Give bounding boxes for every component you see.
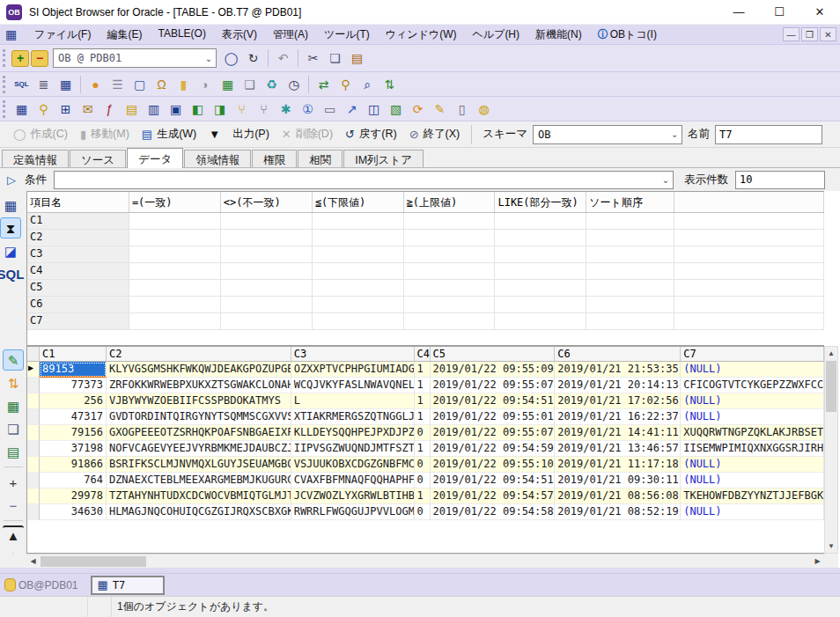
data-cell[interactable]: TKEHOWFDBZYYNZTJJEFBGKM [681, 488, 824, 504]
data-cell[interactable]: CFICOGTVTCYKGEPZZWXFCCJ [681, 378, 824, 393]
vertical-scrollbar[interactable]: ▲ ▼ [824, 346, 838, 554]
data-cell[interactable]: 2019/01/21 16:22:37 [555, 409, 681, 425]
memory-icon[interactable]: ▦ [217, 75, 238, 94]
tree-add-icon[interactable]: ⑂ [232, 99, 252, 119]
filter-cell[interactable] [674, 230, 824, 246]
filter-cell[interactable] [221, 246, 313, 263]
minimize-button[interactable]: — [718, 0, 759, 25]
data-cell[interactable]: 2019/01/22 09:55:07 [431, 378, 556, 393]
data-cell[interactable]: 2019/01/22 09:54:57 [431, 488, 556, 504]
data-cell[interactable]: 89153 [40, 362, 107, 378]
row-marker[interactable] [27, 393, 40, 409]
server-icon[interactable]: ▢ [129, 75, 150, 94]
filter-cell[interactable] [586, 213, 674, 230]
tab-データ[interactable]: データ [127, 148, 183, 168]
filter-cell[interactable] [221, 297, 313, 313]
data-cell[interactable]: (NULL) [681, 393, 824, 409]
filter-cell[interactable] [495, 280, 586, 297]
data-cell[interactable]: (NULL) [681, 362, 824, 378]
data-cell[interactable]: L [291, 393, 415, 409]
filter-cell[interactable] [586, 313, 674, 330]
session-db-icon[interactable]: ☰ [107, 75, 128, 94]
data-sync-icon[interactable]: ⇅ [379, 75, 400, 94]
close-object-button[interactable]: ⊘終了(X) [403, 124, 467, 144]
copy-icon[interactable]: ❏ [325, 48, 345, 68]
row-marker[interactable] [27, 378, 40, 393]
menu-item-8[interactable]: ヘルプ(H) [465, 25, 528, 45]
tab-相関[interactable]: 相関 [298, 150, 343, 167]
window-icon[interactable]: ▭ [320, 99, 340, 119]
condition-combo[interactable]: ⌄ [54, 171, 674, 189]
data-cell[interactable]: WCQJVKYFASLNWAVQNELC [291, 378, 415, 393]
filter-cell[interactable] [586, 297, 674, 313]
data-cell[interactable]: CVAXFBFMNAQFQQHAPHFL [291, 473, 415, 488]
create-button[interactable]: ◯作成(C) [7, 124, 74, 144]
filter-cell[interactable] [129, 280, 221, 297]
data-cell[interactable]: 2019/01/22 09:54:51 [431, 393, 556, 409]
data-cell[interactable]: XUQQRWTNGPZQKLAKJRBSETY [681, 425, 824, 441]
row-marker[interactable] [27, 425, 40, 441]
horizontal-scroll-thumb[interactable] [41, 556, 146, 567]
menu-item-6[interactable]: ツール(T) [316, 25, 378, 45]
connect-db-icon[interactable]: + [11, 50, 29, 67]
grid-icon[interactable]: ▦ [0, 195, 21, 216]
menu-item-4[interactable]: 表示(V) [214, 25, 265, 45]
row-marker[interactable]: ▶ [27, 362, 40, 378]
row-marker[interactable] [27, 409, 40, 425]
csv-export-icon[interactable]: ▤ [3, 441, 24, 462]
mdi-minimize-button[interactable]: — [783, 27, 799, 41]
filter-cell[interactable] [674, 297, 824, 313]
data-cell[interactable]: 2019/01/22 09:54:59 [431, 441, 556, 457]
data-cell[interactable]: 2019/01/21 17:02:56 [555, 393, 681, 409]
generate-dropdown-button[interactable]: ▼ [203, 125, 226, 143]
data-cell[interactable]: 1 [415, 378, 431, 393]
data-cell[interactable]: (NULL) [681, 409, 824, 425]
tab-領域情報[interactable]: 領域情報 [184, 150, 251, 167]
package-icon[interactable]: ▥ [144, 99, 164, 119]
data-cell[interactable]: 2019/01/22 09:55:01 [431, 409, 556, 425]
toolbar-grip[interactable] [3, 100, 7, 118]
paste-icon[interactable]: ▤ [347, 48, 367, 68]
filter-cell[interactable] [221, 263, 313, 280]
data-cell[interactable]: 2019/01/21 09:30:11 [555, 473, 681, 488]
session-key-icon[interactable]: ⚲ [335, 75, 356, 94]
data-cell[interactable]: 256 [40, 393, 107, 409]
filter-cell[interactable] [586, 246, 674, 263]
filter-cell[interactable] [404, 230, 496, 246]
data-cell[interactable]: XTIAKRMERGSZQTNGGLJF [291, 409, 415, 425]
tab-権限[interactable]: 権限 [252, 150, 297, 167]
row-marker[interactable] [27, 504, 40, 520]
filter-cell[interactable] [313, 263, 404, 280]
data-cell[interactable]: 1 [415, 488, 431, 504]
tree-icon[interactable]: ⑂ [254, 99, 274, 119]
package-body-icon[interactable]: ▣ [166, 99, 186, 119]
data-cell[interactable]: 0 [415, 504, 431, 520]
data-cell[interactable]: JCVZWOZLYXGRWLBTIHB [291, 488, 415, 504]
data-column-header[interactable]: C4 [415, 347, 431, 361]
menu-item-9[interactable]: 新機能(N) [527, 25, 590, 45]
extract-filter-icon[interactable]: ⧗ [0, 217, 21, 239]
data-cell[interactable]: VSJUUKOBXCDGZGNBFMCE [291, 457, 415, 473]
filter-cell[interactable] [586, 230, 674, 246]
edit-db-icon[interactable]: ✎ [430, 99, 450, 119]
table-icon[interactable]: ▦ [11, 99, 32, 119]
refresh-icon[interactable]: ↻ [243, 48, 263, 68]
menu-item-1[interactable]: ファイル(F) [26, 25, 99, 45]
recycle-bin-icon[interactable]: ♻ [262, 75, 282, 94]
data-cell[interactable]: GXOGPEEEOTZSRHQKPOAFSNBGAEIXPT [107, 425, 291, 441]
data-cell[interactable]: 2019/01/21 13:46:57 [555, 441, 681, 457]
data-cell[interactable]: 0 [415, 425, 431, 441]
toolbar-grip[interactable] [3, 76, 7, 93]
revert-button[interactable]: ↺戻す(R) [339, 124, 403, 144]
library-icon[interactable]: ▯ [452, 99, 472, 119]
script-editor-icon[interactable]: ≣ [33, 75, 54, 94]
data-cell[interactable]: (NULL) [681, 504, 824, 520]
cancel-query-icon[interactable]: ◯ [221, 48, 241, 68]
filter-cell[interactable] [313, 246, 404, 263]
result-grid-icon[interactable]: ▦ [55, 75, 76, 94]
filter-cell[interactable] [129, 246, 221, 263]
filter-cell[interactable] [221, 313, 313, 330]
filter-cell[interactable] [495, 263, 586, 280]
view-icon[interactable]: ◧ [188, 99, 208, 119]
mail-icon[interactable]: ✉ [77, 99, 98, 119]
